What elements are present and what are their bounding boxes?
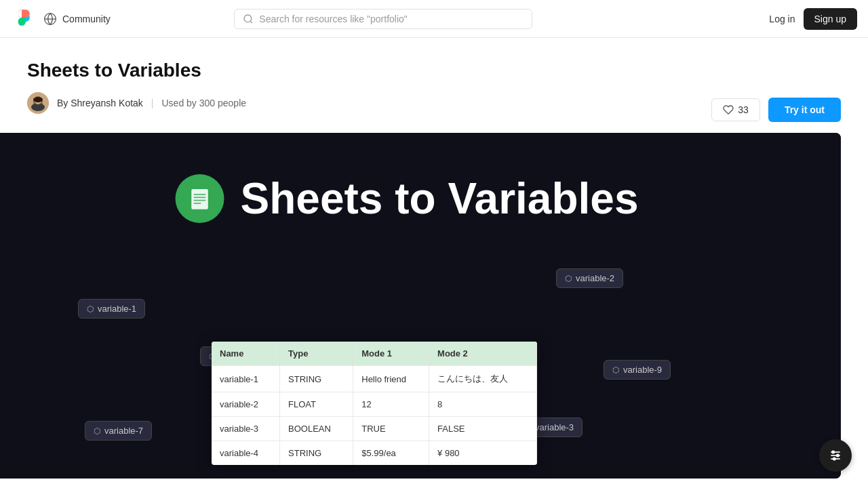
table-header: Name Type Mode 1 Mode 2 xyxy=(212,342,537,366)
col-mode1: Mode 1 xyxy=(353,342,429,366)
variable-badge-9: ⬡ variable-9 xyxy=(604,360,671,380)
cell-name: variable-3 xyxy=(212,417,280,441)
svg-point-2 xyxy=(244,15,252,22)
var-label: variable-7 xyxy=(104,426,143,436)
variable-badge-1: ⬡ variable-1 xyxy=(78,299,145,319)
svg-rect-10 xyxy=(194,197,206,198)
table-row: variable-2 FLOAT 12 8 xyxy=(212,392,537,417)
community-label: Community xyxy=(62,14,111,24)
main-content: Sheets to Variables By Shreyansh Kotak |… xyxy=(0,38,868,479)
header: Community Search for resources like "por… xyxy=(0,0,868,38)
var-label: variable-3 xyxy=(535,422,574,432)
col-type: Type xyxy=(280,342,353,366)
try-button[interactable]: Try it out xyxy=(768,98,841,122)
plugin-title: Sheets to Variables xyxy=(27,60,841,81)
cell-name: variable-1 xyxy=(212,366,280,392)
author-name: By Shreyansh Kotak xyxy=(57,98,143,108)
login-button[interactable]: Log in xyxy=(769,14,795,24)
fab-button[interactable] xyxy=(819,439,852,472)
table-row: variable-1 STRING Hello friend こんにちは、友人 xyxy=(212,366,537,392)
var-icon: ⬡ xyxy=(612,365,619,375)
cell-mode1: 12 xyxy=(353,392,429,417)
cell-mode2: 8 xyxy=(429,392,537,417)
table-row: variable-3 BOOLEAN TRUE FALSE xyxy=(212,417,537,441)
sheets-icon xyxy=(176,174,224,223)
search-placeholder: Search for resources like "portfolio" xyxy=(259,14,407,24)
table-header-row: Name Type Mode 1 Mode 2 xyxy=(212,342,537,366)
avatar-image xyxy=(27,92,49,114)
signup-button[interactable]: Sign up xyxy=(804,8,857,30)
meta-divider: | xyxy=(151,98,154,108)
cell-mode1: Hello friend xyxy=(353,366,429,392)
cell-name: variable-2 xyxy=(212,392,280,417)
svg-rect-8 xyxy=(191,189,208,209)
cell-name: variable-4 xyxy=(212,441,280,466)
variable-badge-2: ⬡ variable-2 xyxy=(556,268,623,288)
cell-mode2: ¥ 980 xyxy=(429,441,537,466)
svg-rect-9 xyxy=(194,194,206,195)
cell-type: STRING xyxy=(280,441,353,466)
cell-mode2: こんにちは、友人 xyxy=(429,366,537,392)
var-icon: ⬡ xyxy=(87,304,94,314)
heart-icon xyxy=(723,104,734,115)
svg-point-18 xyxy=(833,458,835,460)
used-by: Used by 300 people xyxy=(162,98,247,108)
variables-table: Name Type Mode 1 Mode 2 variable-1 STRIN… xyxy=(212,342,537,465)
table-row: variable-4 STRING $5.99/ea ¥ 980 xyxy=(212,441,537,466)
data-table: Name Type Mode 1 Mode 2 variable-1 STRIN… xyxy=(212,342,537,465)
var-icon: ⬡ xyxy=(94,426,100,436)
var-label: variable-9 xyxy=(623,365,662,375)
cell-mode2: FALSE xyxy=(429,417,537,441)
sheets-svg xyxy=(186,184,214,213)
svg-point-16 xyxy=(832,451,834,453)
col-mode2: Mode 2 xyxy=(429,342,537,366)
preview-title: Sheets to Variables xyxy=(176,174,639,224)
table-body: variable-1 STRING Hello friend こんにちは、友人 … xyxy=(212,366,537,466)
like-button[interactable]: 33 xyxy=(711,98,760,121)
figma-logo[interactable] xyxy=(11,7,33,31)
action-buttons: 33 Try it out xyxy=(711,98,841,122)
col-name: Name xyxy=(212,342,280,366)
svg-point-7 xyxy=(33,97,43,102)
cell-type: STRING xyxy=(280,366,353,392)
preview-title-text: Sheets to Variables xyxy=(241,174,639,224)
cell-mode1: TRUE xyxy=(353,417,429,441)
search-icon xyxy=(243,14,254,24)
svg-point-17 xyxy=(837,454,839,456)
svg-rect-12 xyxy=(194,203,201,204)
cell-mode1: $5.99/ea xyxy=(353,441,429,466)
search-bar[interactable]: Search for resources like "portfolio" xyxy=(234,9,532,29)
preview-container: Sheets to Variables ⬡ variable-1 ⬡ varia… xyxy=(0,133,841,479)
sliders-icon xyxy=(829,449,842,462)
var-label: variable-2 xyxy=(576,273,614,283)
cell-type: BOOLEAN xyxy=(280,417,353,441)
var-label: variable-1 xyxy=(98,304,136,314)
cell-type: FLOAT xyxy=(280,392,353,417)
community-nav[interactable]: Community xyxy=(43,12,111,26)
avatar xyxy=(27,92,49,114)
variable-badge-7: ⬡ variable-7 xyxy=(85,421,152,441)
var-icon: ⬡ xyxy=(565,274,572,283)
preview-background: Sheets to Variables ⬡ variable-1 ⬡ varia… xyxy=(0,133,841,479)
svg-rect-11 xyxy=(194,200,206,201)
like-count: 33 xyxy=(738,104,749,115)
header-actions: Log in Sign up xyxy=(769,8,857,30)
